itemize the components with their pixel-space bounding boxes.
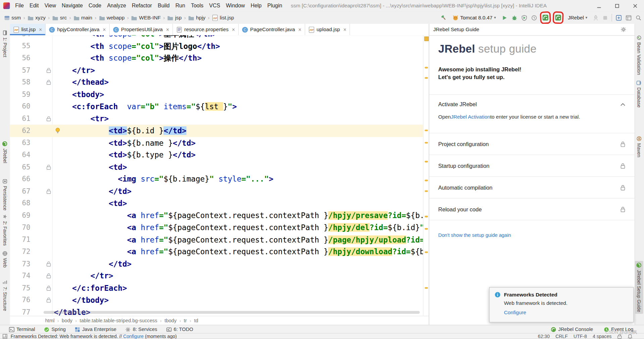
configure-link[interactable]: Configure — [504, 310, 526, 315]
code-line[interactable]: 71 <a href="${pageContext.request.contex… — [10, 233, 423, 246]
toolwindow-button-java-enterprise[interactable]: Java Enterprise — [75, 327, 116, 332]
search-icon[interactable] — [635, 14, 641, 20]
caret-position[interactable]: 62:30 — [538, 334, 550, 339]
run-with-jrebel-button[interactable] — [541, 13, 550, 22]
code-text[interactable]: <td> — [52, 161, 127, 173]
code-line[interactable]: 65 <td> — [10, 161, 423, 173]
stripe-item-database[interactable]: Database — [635, 79, 643, 109]
menu-run[interactable]: Run — [172, 0, 188, 11]
line-number[interactable]: 62 — [10, 125, 30, 137]
close-icon[interactable]: × — [39, 26, 42, 32]
menu-plugin[interactable]: Plugin — [265, 0, 285, 11]
code-text[interactable]: <tr> — [52, 113, 109, 125]
line-number[interactable]: 76 — [10, 294, 30, 306]
code-text[interactable]: <tbody> — [52, 88, 104, 100]
line-number[interactable]: 67 — [10, 185, 30, 197]
menu-code[interactable]: Code — [86, 0, 104, 11]
code-text[interactable]: <td>${b.id }</td> — [52, 125, 186, 137]
code-line[interactable]: 66 <img src="${b.image}" style="..."> — [10, 173, 423, 185]
line-number[interactable]: 59 — [10, 88, 30, 100]
maximize-icon[interactable] — [608, 0, 626, 11]
stripe-item-2-favorites[interactable]: 2: Favorites — [1, 212, 9, 247]
code-text[interactable]: </c:forEach> — [52, 282, 127, 294]
code-text[interactable]: <td>${b.type }</td> — [52, 149, 196, 161]
breadcrumb-ssm[interactable]: ssm — [4, 15, 21, 20]
stripe-item-jrebel[interactable]: JRebel — [1, 139, 9, 165]
code-text[interactable]: <th scope="col">基本属性</th> — [52, 35, 217, 40]
breadcrumb-body[interactable]: body — [62, 318, 72, 323]
code-line[interactable]: 55 <th scope="col">图片logo</th> — [10, 40, 423, 52]
toolwindow-button-jrebel-console[interactable]: JRebel Console — [551, 327, 593, 332]
line-number[interactable]: 63 — [10, 137, 30, 149]
tab-upload.jsp[interactable]: JSPupload.jsp× — [305, 24, 350, 35]
code-line[interactable]: 69 <a href="${pageContext.request.contex… — [10, 209, 423, 221]
menu-view[interactable]: View — [42, 0, 59, 11]
line-number[interactable]: 75 — [10, 282, 30, 294]
section-reload-your-code[interactable]: Reload your code — [429, 198, 635, 220]
section-automatic-compilation[interactable]: Automatic compilation — [429, 177, 635, 198]
code-text[interactable]: <th scope="col">图片logo</th> — [52, 40, 220, 52]
breadcrumb-html[interactable]: html — [45, 318, 55, 323]
close-icon[interactable]: × — [298, 26, 301, 32]
line-number[interactable]: 61 — [10, 113, 30, 125]
code-line[interactable]: 75 </c:forEach> — [10, 282, 423, 294]
menu-help[interactable]: Help — [248, 0, 265, 11]
line-number[interactable]: 68 — [10, 197, 30, 209]
line-number[interactable]: 56 — [10, 52, 30, 64]
line-number[interactable]: 60 — [10, 100, 30, 113]
stripe-item-persistence[interactable]: Persistence — [1, 177, 9, 212]
menu-window[interactable]: Window — [223, 0, 248, 11]
line-number[interactable]: 74 — [10, 270, 30, 282]
code-text[interactable]: <td>${b.name }</td> — [52, 137, 196, 149]
breadcrumb-td[interactable]: td — [194, 318, 198, 323]
menu-tools[interactable]: Tools — [188, 0, 206, 11]
section-startup-configuration[interactable]: Startup configuration — [429, 155, 635, 177]
file-encoding[interactable]: UTF-8 — [574, 334, 587, 339]
code-text[interactable]: </tr> — [52, 64, 95, 76]
toolwindow-button-terminal[interactable]: Terminal — [9, 327, 35, 332]
line-number[interactable]: 72 — [10, 246, 30, 258]
breadcrumb-webapp[interactable]: webapp — [99, 15, 125, 20]
line-number[interactable]: 77 — [10, 306, 30, 316]
code-text[interactable]: <img src="${b.image}" style="..."> — [52, 173, 274, 185]
menu-refactor[interactable]: Refactor — [129, 0, 155, 11]
close-icon[interactable]: × — [232, 26, 235, 32]
dismiss-setup-guide-link[interactable]: Don't show the setup guide again — [438, 232, 511, 238]
line-number[interactable]: 69 — [10, 209, 30, 221]
stripe-item-1-project[interactable]: 1: Project — [1, 29, 9, 59]
commit-icon[interactable] — [616, 14, 622, 20]
code-text[interactable]: </td> — [52, 185, 132, 197]
line-number[interactable]: 73 — [10, 258, 30, 270]
jrebel-dropdown[interactable]: JRebel ▾ — [566, 14, 589, 21]
horizontal-scrollbar[interactable] — [44, 311, 420, 314]
stripe-item-7-structure[interactable]: 7: Structure — [1, 278, 9, 313]
code-line[interactable]: 59 <tbody> — [10, 88, 423, 100]
breadcrumb-table.table.table-striped.bg-success[interactable]: table.table.table-striped.bg-success — [80, 318, 157, 323]
stripe-item-bean-validation[interactable]: Bean Validation — [635, 33, 643, 76]
error-stripe[interactable] — [423, 35, 429, 316]
jrebel-activation-link[interactable]: JRebel Activation — [451, 114, 490, 120]
tab-PageController.java[interactable]: CPageController.java× — [239, 24, 305, 35]
menu-build[interactable]: Build — [155, 0, 173, 11]
toolwindow-button-6-todo[interactable]: 6: TODO — [166, 327, 193, 332]
code-line[interactable]: 57 </tr> — [10, 64, 423, 76]
tab-resource.properties[interactable]: resource.properties× — [173, 24, 238, 35]
close-icon[interactable]: × — [103, 26, 106, 32]
build-hammer-icon[interactable] — [440, 14, 447, 21]
breadcrumb-src[interactable]: src — [52, 15, 67, 20]
code-text[interactable]: </td> — [52, 258, 132, 270]
code-line[interactable]: 63 <td>${b.name }</td> — [10, 137, 423, 149]
line-number[interactable]: 71 — [10, 233, 30, 246]
code-text[interactable]: <c:forEach var="b" items="${lst }"> — [52, 100, 237, 113]
breadcrumb-tr[interactable]: tr — [184, 318, 187, 323]
layout-icon[interactable] — [626, 14, 632, 20]
code-line[interactable]: 73 </td> — [10, 258, 423, 270]
status-configure-link[interactable]: Configure — [123, 334, 144, 339]
line-number[interactable]: 55 — [10, 40, 30, 52]
menu-edit[interactable]: Edit — [27, 0, 42, 11]
run-button[interactable] — [501, 14, 507, 20]
line-number[interactable]: 54 — [10, 35, 30, 40]
breadcrumb-web-inf[interactable]: WEB-INF — [131, 15, 161, 20]
code-line[interactable]: 74 </tr> — [10, 270, 423, 282]
breadcrumb-list.jsp[interactable]: JSPlist.jsp — [212, 14, 234, 20]
